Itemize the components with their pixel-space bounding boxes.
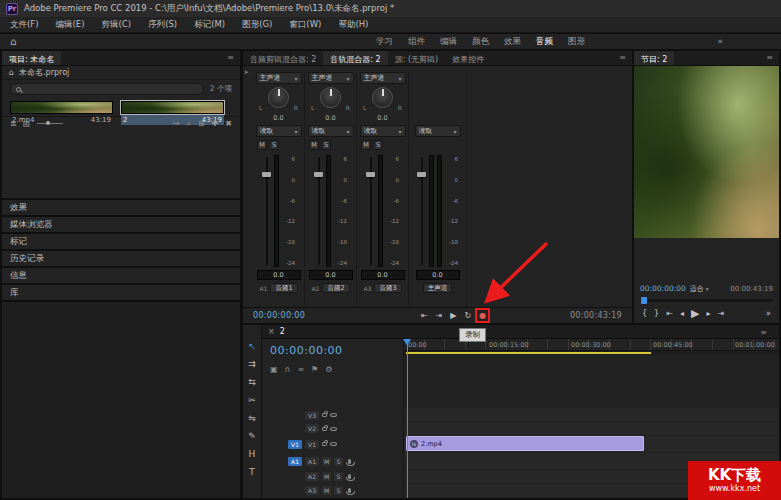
loop-button[interactable]: ↻	[464, 311, 471, 320]
timeline-settings-icon[interactable]: ⚙	[325, 365, 332, 374]
ripple-edit-tool[interactable]: ⇆	[248, 377, 256, 387]
zoom-level-select[interactable]: 适合 ▾	[690, 284, 709, 294]
pan-knob[interactable]	[372, 87, 393, 108]
mute-button[interactable]: M	[322, 486, 331, 495]
project-home-icon[interactable]: ⌂	[9, 68, 14, 77]
panel-tab[interactable]: 效果	[2, 200, 240, 215]
work-area-bar[interactable]	[406, 352, 651, 354]
mute-button[interactable]: M	[322, 457, 331, 466]
fader-handle[interactable]	[262, 172, 271, 177]
fader-handle[interactable]	[417, 172, 426, 177]
mark-out-button[interactable]: }	[654, 309, 659, 318]
level-value[interactable]: 0.0	[309, 270, 353, 280]
source-patch[interactable]	[288, 411, 302, 420]
linked-selection-icon[interactable]: ∞	[297, 365, 304, 374]
tab-editing[interactable]: 编辑	[440, 36, 457, 48]
mute-button[interactable]: M	[257, 140, 267, 150]
automation-mode-select[interactable]: 读取 ▾	[360, 125, 406, 137]
volume-fader[interactable]	[366, 155, 375, 267]
new-bin-icon[interactable]: ⊞	[198, 119, 205, 129]
track-output-select[interactable]: 主声道 ▾	[308, 72, 354, 84]
new-item-icon[interactable]: ✚	[212, 119, 219, 129]
tab-learn[interactable]: 学习	[376, 36, 393, 48]
automation-mode-select[interactable]: 读取 ▾	[415, 125, 461, 137]
pan-knob[interactable]	[320, 87, 341, 108]
solo-button[interactable]: S	[334, 457, 343, 466]
play-button[interactable]: ▶	[450, 311, 456, 320]
current-timecode[interactable]: 00:00:00:00	[253, 311, 305, 320]
mute-button[interactable]: M	[309, 140, 319, 150]
automate-to-sequence-icon[interactable]: ↪	[173, 119, 180, 129]
track-lane-v2[interactable]	[404, 422, 779, 435]
source-patch[interactable]	[288, 424, 302, 433]
step-back-button[interactable]: ◂	[680, 309, 684, 318]
project-file-tab[interactable]: 未命名.prproj	[19, 67, 69, 78]
pan-value[interactable]: 0.0	[377, 114, 387, 122]
track-lane-v3[interactable]	[404, 408, 779, 421]
tab-source-monitor[interactable]: 源: (无剪辑)	[388, 51, 445, 65]
track-header-a3[interactable]: A3 M S	[262, 484, 403, 497]
menu-item[interactable]: 标记(M)	[192, 18, 227, 32]
track-target[interactable]: V1	[305, 440, 319, 449]
tab-color[interactable]: 颜色	[472, 36, 489, 48]
search-box[interactable]	[10, 83, 204, 95]
menu-item[interactable]: 文件(F)	[8, 18, 41, 32]
track-output-icon[interactable]	[330, 442, 337, 446]
tab-graphics[interactable]: 图形	[568, 36, 585, 48]
playhead[interactable]	[407, 339, 408, 498]
scrubber-playhead[interactable]	[641, 297, 647, 304]
menu-item[interactable]: 编辑(E)	[54, 18, 87, 32]
tab-assembly[interactable]: 组件	[408, 36, 425, 48]
volume-fader[interactable]	[314, 155, 323, 267]
voiceover-record-icon[interactable]	[348, 459, 351, 464]
solo-button[interactable]: S	[334, 486, 343, 495]
track-output-icon[interactable]	[330, 413, 337, 417]
track-select-forward-tool[interactable]: ⇉	[248, 359, 256, 369]
panel-tab[interactable]: 媒体浏览器	[2, 217, 240, 232]
track-target[interactable]: V2	[305, 424, 319, 433]
solo-button[interactable]: S	[269, 140, 279, 150]
mute-button[interactable]: M	[322, 472, 331, 481]
track-output-icon[interactable]	[330, 427, 337, 431]
track-target[interactable]: V3	[305, 411, 319, 420]
timeline-clip[interactable]: fx 2.mp4	[406, 436, 644, 451]
pan-value[interactable]: 0.0	[273, 114, 283, 122]
program-current-timecode[interactable]: 00:00:00:00	[640, 284, 686, 293]
more-button[interactable]: »	[766, 309, 771, 318]
track-output-select[interactable]: 主声道 ▾	[256, 72, 302, 84]
go-to-in-button[interactable]: ⇤	[421, 311, 428, 320]
menu-item[interactable]: 窗口(W)	[287, 18, 323, 32]
step-forward-button[interactable]: ▸	[706, 309, 710, 318]
source-patch[interactable]: A1	[288, 457, 302, 466]
hand-tool[interactable]: H	[249, 449, 256, 459]
selection-tool[interactable]: ↖	[248, 341, 256, 351]
track-header-v2[interactable]: V2	[262, 422, 403, 435]
clip-card[interactable]: 2 43:19	[121, 101, 224, 114]
level-value[interactable]: 0.0	[416, 270, 460, 280]
solo-button[interactable]: S	[334, 472, 343, 481]
mark-in-button[interactable]: {	[642, 309, 647, 318]
go-to-out-button[interactable]: ⇥	[436, 311, 443, 320]
source-patch[interactable]: V1	[288, 440, 302, 449]
solo-button[interactable]: S	[373, 140, 383, 150]
track-header-a2[interactable]: A2 M S	[262, 470, 403, 483]
panel-tab[interactable]: 历史记录	[2, 251, 240, 266]
tab-sequence[interactable]: 2	[280, 327, 285, 336]
find-icon[interactable]: ⌕	[186, 119, 190, 129]
source-patch[interactable]	[288, 472, 302, 481]
panel-menu-icon[interactable]: ≡	[613, 51, 632, 65]
track-target[interactable]: A2	[305, 472, 319, 481]
tab-effects[interactable]: 效果	[504, 36, 521, 48]
tab-audio-clip-mixer[interactable]: 音频剪辑混合器: 2	[243, 51, 323, 65]
track-lock-icon[interactable]	[322, 413, 327, 417]
razor-tool[interactable]: ✂	[248, 395, 256, 405]
panel-menu-icon[interactable]: ≡	[221, 51, 240, 65]
tab-project[interactable]: 项目: 未命名	[2, 51, 61, 65]
nested-sequence-icon[interactable]: ▣	[270, 365, 278, 374]
add-marker-icon[interactable]: ⚑	[311, 365, 318, 374]
master-volume-fader[interactable]	[417, 155, 426, 267]
show-effects-sends-icon[interactable]: ▸	[245, 68, 249, 76]
track-lock-icon[interactable]	[322, 442, 327, 446]
go-to-out-button[interactable]: ⇥	[717, 309, 724, 318]
workspace-overflow-icon[interactable]: »	[717, 36, 723, 46]
